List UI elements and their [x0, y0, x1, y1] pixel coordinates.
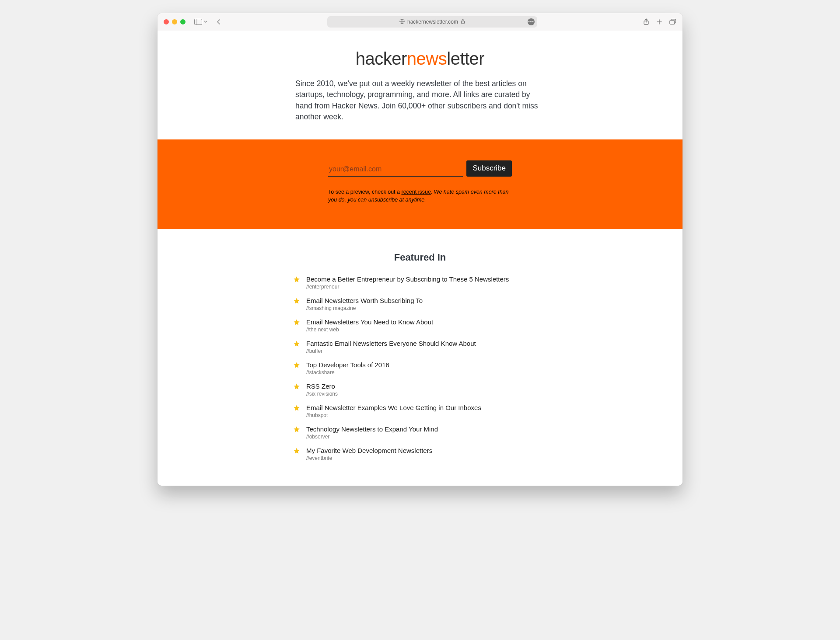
featured-item-title[interactable]: Email Newsletters Worth Subscribing To: [306, 297, 423, 304]
sidebar-toggle-button[interactable]: [194, 19, 207, 25]
browser-window: hackernewsletter.com ••• hackernewslette…: [158, 13, 682, 486]
page-content: hackernewsletter Since 2010, we've put o…: [158, 31, 682, 486]
featured-item-title[interactable]: My Favorite Web Development Newsletters: [306, 447, 432, 454]
preview-suffix: .: [431, 189, 434, 195]
featured-item-title[interactable]: Become a Better Entrepreneur by Subscrib…: [306, 275, 509, 283]
featured-item-source: //the next web: [306, 327, 433, 333]
featured-item-title[interactable]: Top Developer Tools of 2016: [306, 361, 389, 369]
star-icon: [293, 426, 300, 435]
featured-item-source: //eventbrite: [306, 455, 432, 461]
lock-icon: [461, 19, 465, 25]
featured-item: Email Newsletter Examples We Love Gettin…: [293, 404, 547, 418]
svg-rect-5: [462, 21, 465, 24]
svg-rect-8: [670, 21, 675, 24]
share-button[interactable]: [643, 18, 649, 25]
logo-part-3: letter: [447, 49, 484, 68]
featured-item-source: //stackshare: [306, 369, 389, 376]
featured-item-title[interactable]: Fantastic Email Newsletters Everyone Sho…: [306, 340, 476, 347]
star-icon: [293, 297, 300, 306]
reader-menu[interactable]: •••: [528, 18, 535, 25]
star-icon: [293, 276, 300, 285]
featured-item: Become a Better Entrepreneur by Subscrib…: [293, 275, 547, 290]
logo-part-1: hacker: [356, 49, 407, 68]
intro-text: Since 2010, we've put out a weekly newsl…: [295, 78, 545, 123]
email-input[interactable]: [328, 163, 463, 175]
featured-item-source: //observer: [306, 434, 438, 440]
tabs-overview-button[interactable]: [669, 19, 676, 25]
new-tab-button[interactable]: [656, 19, 662, 25]
featured-item: Email Newsletters You Need to Know About…: [293, 318, 547, 333]
preview-prefix: To see a preview, check out a: [328, 189, 401, 195]
featured-item: Technology Newsletters to Expand Your Mi…: [293, 425, 547, 440]
site-logo: hackernewsletter: [166, 49, 674, 69]
featured-item-source: //six revisions: [306, 391, 338, 397]
address-bar[interactable]: hackernewsletter.com •••: [327, 16, 537, 28]
star-icon: [293, 383, 300, 392]
window-controls: [164, 19, 186, 24]
recent-issue-link[interactable]: recent issue: [401, 189, 430, 195]
logo-part-2: news: [407, 49, 447, 68]
featured-list: Become a Better Entrepreneur by Subscrib…: [293, 275, 547, 461]
chevron-down-icon: [204, 20, 207, 24]
featured-item: Email Newsletters Worth Subscribing To//…: [293, 297, 547, 311]
minimize-window-button[interactable]: [172, 19, 177, 24]
featured-item-title[interactable]: RSS Zero: [306, 383, 338, 390]
featured-item-title[interactable]: Email Newsletters You Need to Know About: [306, 318, 433, 326]
close-window-button[interactable]: [164, 19, 169, 24]
titlebar: hackernewsletter.com •••: [158, 13, 682, 31]
globe-icon: [399, 19, 405, 25]
featured-item-source: //buffer: [306, 348, 476, 354]
featured-item-source: //enterpreneur: [306, 284, 509, 290]
featured-item-source: //smashing magazine: [306, 305, 423, 311]
featured-item-source: //hubspot: [306, 412, 481, 418]
star-icon: [293, 319, 300, 327]
star-icon: [293, 340, 300, 349]
star-icon: [293, 404, 300, 413]
featured-item-title[interactable]: Email Newsletter Examples We Love Gettin…: [306, 404, 481, 411]
subscribe-note: To see a preview, check out a recent iss…: [328, 188, 512, 204]
star-icon: [293, 362, 300, 370]
address-bar-text: hackernewsletter.com: [407, 19, 458, 25]
back-button[interactable]: [216, 19, 221, 25]
featured-item: My Favorite Web Development Newsletters/…: [293, 447, 547, 461]
subscribe-section: Subscribe To see a preview, check out a …: [158, 139, 682, 229]
featured-item: Top Developer Tools of 2016//stackshare: [293, 361, 547, 376]
svg-rect-0: [195, 19, 202, 25]
featured-section: Featured In Become a Better Entrepreneur…: [158, 229, 682, 486]
featured-item: RSS Zero//six revisions: [293, 383, 547, 397]
featured-item: Fantastic Email Newsletters Everyone Sho…: [293, 340, 547, 354]
star-icon: [293, 447, 300, 456]
featured-heading: Featured In: [158, 252, 682, 263]
subscribe-button[interactable]: Subscribe: [466, 160, 512, 177]
featured-item-title[interactable]: Technology Newsletters to Expand Your Mi…: [306, 425, 438, 433]
maximize-window-button[interactable]: [180, 19, 186, 24]
